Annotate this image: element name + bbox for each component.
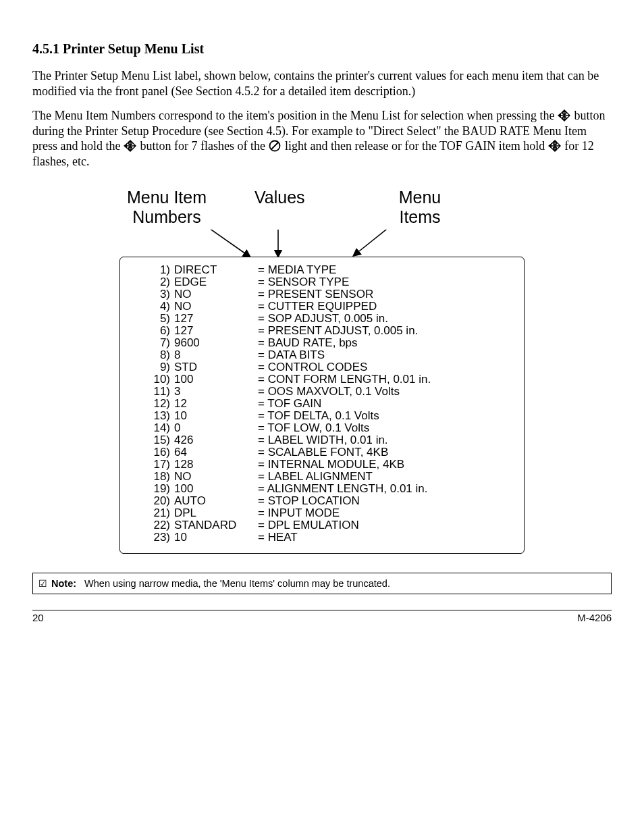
menu-row-value: 127 [174,313,258,325]
menu-row-number: 19) [131,483,170,495]
para2-part-d: light and then release or for the TOF GA… [285,139,548,153]
menu-row-number: 20) [131,495,170,507]
menu-row-value: AUTO [174,495,258,507]
menu-row-value: 0 [174,422,258,434]
menu-row-number: 22) [131,519,170,531]
menu-row-item: = SENSOR TYPE [258,276,513,288]
menu-row-number: 2) [131,276,170,288]
menu-row-item: = MEDIA TYPE [258,264,513,276]
menu-row-value: DPL [174,507,258,519]
menu-row-number: 3) [131,288,170,301]
menu-row-item: = INTERNAL MODULE, 4KB [258,459,513,471]
menu-row-number: 10) [131,373,170,386]
column-items: = MEDIA TYPE= SENSOR TYPE= PRESENT SENSO… [258,264,513,544]
note-text-value: When using narrow media, the 'Menu Items… [84,577,390,590]
label-menu-items-2: Items [399,207,440,226]
menu-row-item: = DATA BITS [258,349,513,361]
menu-row-number: 9) [131,361,170,373]
menu-row-value: STANDARD [174,519,258,531]
menu-row-item: = SCALABLE FONT, 4KB [258,446,513,459]
menu-row-item: = BAUD RATE, bps [258,337,513,349]
menu-row-number: 17) [131,459,170,471]
menu-row-item: = TOF LOW, 0.1 Volts [258,422,513,434]
menu-row-item: = HEAT [258,531,513,544]
column-values: DIRECTEDGENONO12712796008STD100312100426… [174,264,258,544]
label-values: Values [254,188,305,207]
menu-row-item: = CUTTER EQUIPPED [258,301,513,313]
menu-row-number: 7) [131,337,170,349]
page: 4.5.1 Printer Setup Menu List The Printe… [0,0,644,834]
menu-diagram: Menu Item Numbers Values Menu Items [32,188,612,554]
menu-row-value: 100 [174,373,258,386]
svg-line-6 [356,230,390,254]
page-footer: 20 M-4206 [32,610,612,625]
para2-part-c: button for 7 flashes of the [140,139,268,153]
menu-row-number: 11) [131,386,170,398]
feed-button-icon [548,139,562,153]
column-numbers: 1)2)3)4)5)6)7)8)9)10)11)12)13)14)15)16)1… [131,264,174,544]
menu-row-item: = LABEL ALIGNMENT [258,471,513,483]
menu-row-item: = TOF GAIN [258,398,513,410]
menu-row-value: NO [174,471,258,483]
menu-row-number: 16) [131,446,170,459]
menu-row-number: 15) [131,434,170,446]
menu-row-item: = SOP ADJUST, 0.005 in. [258,313,513,325]
menu-row-number: 4) [131,301,170,313]
feed-button-icon [124,139,137,153]
menu-row-value: 12 [174,398,258,410]
menu-row-item: = ALIGNMENT LENGTH, 0.01 in. [258,483,513,495]
section-heading: 4.5.1 Printer Setup Menu List [32,41,612,57]
feed-button-icon [558,109,571,122]
menu-row-item: = STOP LOCATION [258,495,513,507]
menu-row-value: 10 [174,531,258,544]
menu-row-item: = PRESENT ADJUST, 0.005 in. [258,325,513,337]
paragraph-2: The Menu Item Numbers correspond to the … [32,108,612,169]
menu-row-item: = PRESENT SENSOR [258,288,513,301]
menu-row-number: 12) [131,398,170,410]
menu-row-value: EDGE [174,276,258,288]
label-menu-item-numbers-2: Numbers [132,207,200,226]
diagram-arrows [119,230,525,257]
note-box: ☑ Note: When using narrow media, the 'Me… [32,573,612,594]
menu-row-number: 5) [131,313,170,325]
menu-row-value: 100 [174,483,258,495]
note-check-icon: ☑ [38,579,47,588]
menu-row-number: 21) [131,507,170,519]
menu-row-item: = CONTROL CODES [258,361,513,373]
menu-row-number: 13) [131,410,170,422]
menu-row-value: 9600 [174,337,258,349]
label-menu-items-1: Menu [399,188,441,207]
svg-line-4 [207,230,248,255]
menu-row-item: = OOS MAXVOLT, 0.1 Volts [258,386,513,398]
menu-row-value: DIRECT [174,264,258,276]
menu-row-number: 23) [131,531,170,544]
page-number: 20 [32,612,44,625]
menu-row-number: 6) [131,325,170,337]
menu-row-value: 8 [174,349,258,361]
note-label: Note: [51,577,76,590]
menu-row-item: = DPL EMULATION [258,519,513,531]
paragraph-1: The Printer Setup Menu List label, shown… [32,68,612,99]
menu-row-number: 1) [131,264,170,276]
menu-row-item: = TOF DELTA, 0.1 Volts [258,410,513,422]
stop-light-icon [268,139,281,153]
menu-row-number: 14) [131,422,170,434]
menu-row-number: 8) [131,349,170,361]
note-text [79,577,82,590]
label-menu-item-numbers-1: Menu Item [127,188,207,207]
para2-part-a: The Menu Item Numbers correspond to the … [32,109,558,122]
menu-row-value: STD [174,361,258,373]
menu-row-value: 127 [174,325,258,337]
menu-row-number: 18) [131,471,170,483]
menu-row-value: 128 [174,459,258,471]
menu-row-value: 3 [174,386,258,398]
menu-row-value: 64 [174,446,258,459]
menu-list-table: 1)2)3)4)5)6)7)8)9)10)11)12)13)14)15)16)1… [119,257,525,554]
menu-row-value: 10 [174,410,258,422]
model-number: M-4206 [577,612,612,625]
menu-row-value: NO [174,301,258,313]
menu-row-item: = INPUT MODE [258,507,513,519]
menu-row-item: = CONT FORM LENGTH, 0.01 in. [258,373,513,386]
menu-row-value: 426 [174,434,258,446]
menu-row-value: NO [174,288,258,301]
